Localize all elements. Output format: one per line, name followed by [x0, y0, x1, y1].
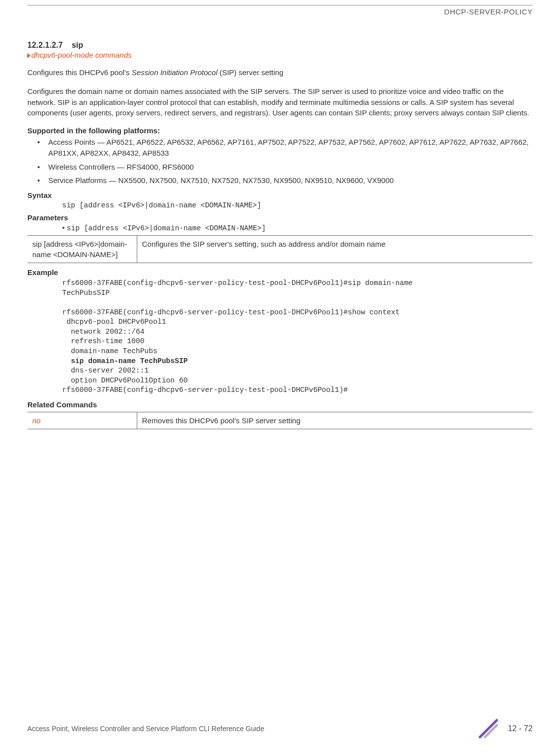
- code-line: option DHCPv6Pool1Option 60: [62, 377, 187, 384]
- section-heading: 12.2.1.2.7sip: [27, 41, 533, 50]
- footer-text: Access Point, Wireless Controller and Se…: [27, 725, 264, 733]
- syntax-line: sip [address <IPv6>|domain-name <DOMAIN-…: [62, 201, 533, 209]
- code-line-bold: sip domain-name TechPubsSIP: [62, 357, 187, 365]
- breadcrumb-link[interactable]: dhcpv6-pool-mode commands: [27, 51, 533, 59]
- example-code: rfs6000-37FABE(config-dhcpv6-server-poli…: [62, 279, 533, 395]
- code-line: domain-name TechPubs: [62, 347, 157, 355]
- table-row: no Removes this DHCPv6 pool's SIP server…: [27, 412, 533, 429]
- example-heading: Example: [27, 268, 533, 277]
- list-item: Access Points — AP6521, AP6522, AP6532, …: [48, 137, 533, 159]
- code-line: rfs6000-37FABE(config-dhcpv6-server-poli…: [62, 308, 400, 316]
- related-name-cell[interactable]: no: [27, 412, 137, 429]
- platforms-list: Access Points — AP6521, AP6522, AP6532, …: [27, 137, 533, 186]
- breadcrumb-text: dhcpv6-pool-mode commands: [31, 51, 132, 59]
- platforms-heading: Supported in the following platforms:: [27, 126, 533, 135]
- param-desc-cell: Configures the SIP server's setting, suc…: [137, 236, 533, 263]
- code-line: refresh-time 1000: [62, 337, 144, 345]
- section-title: sip: [72, 41, 83, 49]
- page-footer: Access Point, Wireless Controller and Se…: [0, 718, 560, 739]
- intro-paragraph-2: Configures the domain name or domain nam…: [27, 86, 533, 118]
- intro-paragraph-1: Configures this DHCPv6 pool's Session In…: [27, 67, 533, 78]
- related-table: no Removes this DHCPv6 pool's SIP server…: [27, 412, 533, 429]
- code-line: dns-server 2002::1: [62, 367, 149, 375]
- code-line: dhcpv6-pool DHCPv6Pool1: [62, 318, 166, 326]
- list-item: Service Platforms — NX5500, NX7500, NX75…: [48, 175, 533, 186]
- related-desc-cell: Removes this DHCPv6 pool's SIP server se…: [137, 412, 533, 429]
- intro-text-b: (SIP) server setting: [217, 68, 283, 77]
- section-number: 12.2.1.2.7: [27, 41, 63, 49]
- related-heading: Related Commands: [27, 400, 533, 409]
- no-link[interactable]: no: [32, 416, 41, 425]
- syntax-heading: Syntax: [27, 191, 533, 199]
- param-name-cell: sip [address <IPv6>|domain-name <DOMAIN-…: [27, 236, 137, 263]
- code-line: TechPubsSIP: [62, 289, 110, 297]
- header-chapter: DHCP-SERVER-POLICY: [27, 7, 533, 16]
- intro-text-italic: Session Initiation Protocol: [132, 68, 218, 77]
- code-line: rfs6000-37FABE(config-dhcpv6-server-poli…: [62, 386, 348, 394]
- list-item: Wireless Controllers — RFS4000, RFS6000: [48, 162, 533, 173]
- page-number: 12 - 72: [508, 724, 533, 733]
- table-row: sip [address <IPv6>|domain-name <DOMAIN-…: [27, 236, 533, 263]
- parameters-bullet: sip [address <IPv6>|domain-name <DOMAIN-…: [62, 224, 533, 232]
- intro-text-a: Configures this DHCPv6 pool's: [27, 68, 132, 77]
- code-line: network 2002::/64: [62, 328, 144, 336]
- header-rule: [27, 5, 533, 5]
- code-line: rfs6000-37FABE(config-dhcpv6-server-poli…: [62, 279, 413, 287]
- parameters-table: sip [address <IPv6>|domain-name <DOMAIN-…: [27, 235, 533, 263]
- parameters-heading: Parameters: [27, 213, 533, 222]
- play-arrow-icon: [27, 53, 30, 58]
- brand-logo-icon: [478, 718, 499, 739]
